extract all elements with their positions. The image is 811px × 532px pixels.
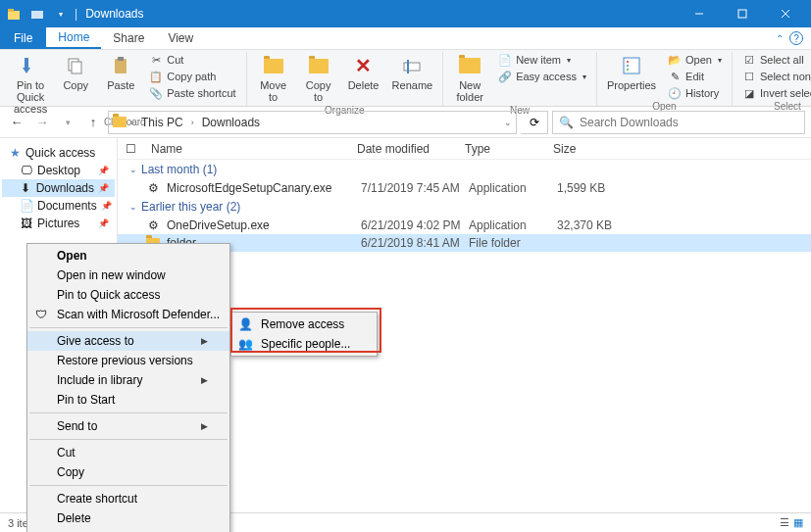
refresh-button[interactable]: ⟳ bbox=[521, 111, 548, 134]
minimize-button[interactable] bbox=[678, 0, 721, 27]
ctx-cut[interactable]: Cut bbox=[27, 443, 229, 462]
ribbon-group-clipboard: Pin to Quick access Copy Paste ✂Cut 📋Cop… bbox=[4, 52, 247, 106]
ctx-delete[interactable]: Delete bbox=[27, 508, 229, 528]
tab-file[interactable]: File bbox=[0, 27, 46, 49]
nav-quick-access[interactable]: ★ Quick access bbox=[2, 144, 115, 162]
forward-button[interactable]: → bbox=[31, 112, 53, 133]
file-row[interactable]: ⚙ MicrosoftEdgeSetupCanary.exe 7/11/2019… bbox=[118, 179, 811, 197]
ribbon-tabs: File Home Share View ⌃ ? bbox=[0, 27, 811, 50]
close-button[interactable] bbox=[764, 0, 807, 27]
app-icon bbox=[4, 4, 24, 24]
nav-downloads[interactable]: ⬇Downloads📌 bbox=[2, 179, 115, 197]
ctx-scan-defender[interactable]: 🛡Scan with Microsoft Defender... bbox=[27, 305, 229, 324]
column-size[interactable]: Size bbox=[547, 142, 626, 156]
column-type[interactable]: Type bbox=[459, 142, 547, 156]
svg-rect-1 bbox=[8, 9, 14, 12]
rename-button[interactable]: Rename bbox=[388, 52, 437, 93]
select-all-checkbox[interactable]: ☐ bbox=[126, 142, 145, 156]
delete-button[interactable]: ✕Delete bbox=[343, 52, 384, 93]
easy-access-button[interactable]: 🔗Easy access▾ bbox=[494, 69, 590, 84]
tab-home[interactable]: Home bbox=[46, 27, 101, 49]
ctx-create-shortcut[interactable]: Create shortcut bbox=[27, 489, 229, 508]
up-button[interactable]: ↑ bbox=[82, 112, 104, 133]
ctx-restore-versions[interactable]: Restore previous versions bbox=[27, 351, 229, 370]
maximize-button[interactable] bbox=[721, 0, 764, 27]
file-row[interactable]: ⚙ OneDriveSetup.exe 6/21/2019 4:02 PM Ap… bbox=[118, 217, 811, 234]
documents-icon: 📄 bbox=[20, 199, 33, 213]
cut-icon: ✂ bbox=[149, 53, 163, 67]
nav-pictures[interactable]: 🖼Pictures📌 bbox=[2, 215, 115, 232]
select-none-icon: ☐ bbox=[742, 70, 756, 83]
copy-path-button[interactable]: 📋Copy path bbox=[145, 69, 239, 84]
ctx-give-access-to[interactable]: Give access to▶ bbox=[27, 331, 229, 351]
qat-dropdown-icon[interactable]: ▾ bbox=[51, 4, 71, 24]
new-item-icon: 📄 bbox=[498, 53, 512, 67]
group-header[interactable]: ⌄Last month (1) bbox=[118, 160, 811, 179]
ctx-pin-start[interactable]: Pin to Start bbox=[27, 390, 229, 410]
breadcrumb[interactable]: › This PC › Downloads ⌄ bbox=[108, 111, 517, 134]
breadcrumb-this-pc[interactable]: This PC bbox=[137, 116, 187, 129]
ctx-copy[interactable]: Copy bbox=[27, 462, 229, 482]
paste-shortcut-button[interactable]: 📎Paste shortcut bbox=[145, 85, 239, 101]
edit-button[interactable]: ✎Edit bbox=[664, 69, 726, 84]
nav-documents[interactable]: 📄Documents📌 bbox=[2, 197, 115, 215]
pin-icon: 📌 bbox=[98, 166, 109, 175]
recent-locations-button[interactable]: ▾ bbox=[57, 112, 78, 133]
copy-path-icon: 📋 bbox=[149, 70, 163, 83]
history-button[interactable]: 🕘History bbox=[664, 85, 726, 101]
pin-icon: 📌 bbox=[98, 218, 109, 228]
help-icon[interactable]: ? bbox=[789, 31, 803, 45]
chevron-right-icon: › bbox=[191, 118, 194, 127]
ctx-include-library[interactable]: Include in library▶ bbox=[27, 370, 229, 390]
copy-to-button[interactable]: Copy to bbox=[298, 52, 339, 105]
properties-button[interactable]: Properties bbox=[603, 52, 660, 93]
svg-rect-7 bbox=[25, 58, 28, 68]
ctx-remove-access[interactable]: 👤Remove access bbox=[231, 314, 377, 334]
chevron-down-icon: ⌄ bbox=[129, 202, 137, 212]
nav-desktop[interactable]: 🖵Desktop📌 bbox=[2, 162, 115, 179]
ribbon-help[interactable]: ⌃ ? bbox=[768, 27, 811, 49]
ctx-pin-quick-access[interactable]: Pin to Quick access bbox=[27, 285, 229, 305]
pin-to-quick-access-button[interactable]: Pin to Quick access bbox=[10, 52, 51, 117]
svg-rect-11 bbox=[118, 57, 124, 61]
ctx-send-to[interactable]: Send to▶ bbox=[27, 416, 229, 436]
breadcrumb-downloads[interactable]: Downloads bbox=[198, 116, 264, 129]
title-bar: ▾ | Downloads bbox=[0, 0, 811, 27]
ctx-rename[interactable]: Rename bbox=[27, 528, 229, 532]
copy-button[interactable]: Copy bbox=[55, 52, 96, 93]
search-icon: 🔍 bbox=[559, 116, 574, 129]
select-none-button[interactable]: ☐Select none bbox=[738, 69, 811, 84]
star-icon: ★ bbox=[8, 146, 22, 160]
ctx-open[interactable]: Open bbox=[27, 246, 229, 266]
new-folder-button[interactable]: New folder bbox=[449, 52, 490, 105]
ctx-open-new-window[interactable]: Open in new window bbox=[27, 266, 229, 285]
thumbnails-view-button[interactable]: ▦ bbox=[793, 516, 803, 529]
chevron-down-icon[interactable]: ⌄ bbox=[504, 118, 512, 127]
window-controls bbox=[678, 0, 807, 27]
paste-button[interactable]: Paste bbox=[100, 52, 141, 93]
search-box[interactable]: 🔍 bbox=[552, 111, 805, 134]
search-input[interactable] bbox=[580, 116, 798, 129]
copy-icon bbox=[64, 54, 87, 77]
new-item-button[interactable]: 📄New item▾ bbox=[494, 52, 590, 68]
tab-view[interactable]: View bbox=[156, 27, 205, 49]
ribbon-group-select: ☑Select all ☐Select none ◪Invert selecti… bbox=[733, 52, 811, 106]
tab-share[interactable]: Share bbox=[101, 27, 156, 49]
invert-selection-button[interactable]: ◪Invert selection bbox=[738, 85, 811, 101]
delete-icon: ✕ bbox=[352, 54, 376, 77]
cut-button[interactable]: ✂Cut bbox=[145, 52, 239, 68]
move-to-button[interactable]: Move to bbox=[253, 52, 294, 105]
column-name[interactable]: Name bbox=[145, 142, 351, 156]
ribbon-group-open: Properties 📂Open▾ ✎Edit 🕘History Open bbox=[597, 52, 733, 106]
people-icon: 👥 bbox=[237, 336, 253, 352]
select-all-button[interactable]: ☑Select all bbox=[738, 52, 811, 68]
chevron-down-icon: ⌄ bbox=[129, 165, 137, 174]
group-header[interactable]: ⌄Earlier this year (2) bbox=[118, 197, 811, 217]
svg-rect-0 bbox=[8, 11, 20, 20]
open-button[interactable]: 📂Open▾ bbox=[664, 52, 726, 68]
column-date[interactable]: Date modified bbox=[351, 142, 459, 156]
details-view-button[interactable]: ☰ bbox=[780, 516, 789, 529]
ctx-specific-people[interactable]: 👥Specific people... bbox=[231, 334, 377, 354]
back-button[interactable]: ← bbox=[6, 112, 27, 133]
column-headers: ☐ Name Date modified Type Size bbox=[118, 138, 811, 160]
